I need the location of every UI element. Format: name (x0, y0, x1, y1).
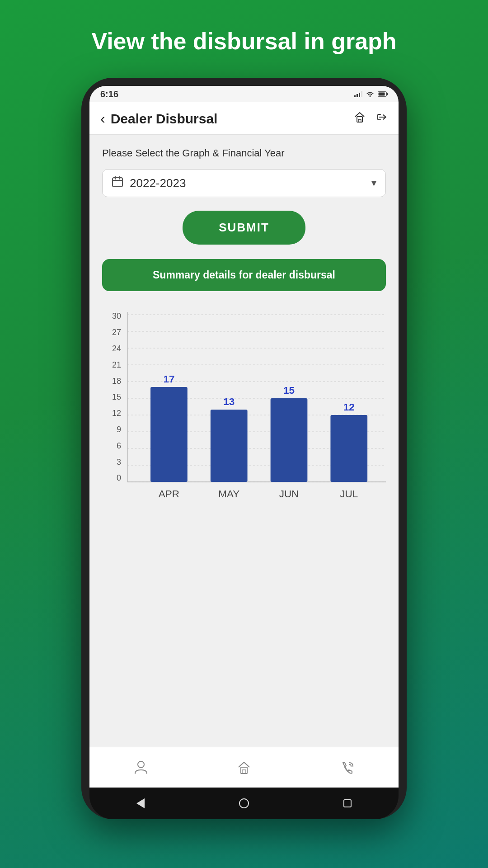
home-button[interactable] (239, 798, 249, 808)
svg-text:JUL: JUL (340, 489, 358, 500)
summary-button[interactable]: Summary details for dealer disbursal (102, 259, 386, 291)
y-label-15: 15 (107, 393, 121, 401)
y-label-30: 30 (107, 312, 121, 320)
signal-icon (354, 91, 362, 97)
page-headline: View the disbursal in graph (73, 27, 414, 55)
wifi-icon (366, 91, 374, 97)
chevron-down-icon: ▾ (371, 177, 376, 189)
chart-plot: 17 13 15 12 APR MAY (127, 312, 386, 502)
financial-year-value: 2022-2023 (130, 176, 371, 190)
svg-text:17: 17 (163, 374, 174, 385)
chart-container: 0 3 6 9 12 15 18 21 24 27 30 (102, 307, 386, 506)
status-bar: 6:16 (89, 86, 399, 102)
svg-rect-32 (330, 415, 367, 482)
y-label-12: 12 (107, 409, 121, 417)
svg-rect-5 (387, 93, 388, 95)
svg-rect-39 (241, 767, 247, 774)
svg-text:15: 15 (283, 385, 295, 396)
logout-icon[interactable] (375, 111, 388, 127)
y-label-24: 24 (107, 344, 121, 353)
svg-point-38 (138, 761, 144, 768)
y-label-0: 0 (107, 474, 121, 482)
nav-left: ‹ Dealer Disbursal (100, 110, 217, 127)
nav-profile[interactable] (133, 760, 149, 775)
android-nav (89, 788, 399, 819)
chart-area: 0 3 6 9 12 15 18 21 24 27 30 (107, 312, 386, 502)
svg-text:13: 13 (223, 396, 235, 408)
bottom-nav (89, 747, 399, 788)
calendar-icon (112, 176, 123, 190)
svg-rect-6 (379, 93, 385, 96)
home-icon[interactable] (353, 111, 366, 127)
y-axis: 0 3 6 9 12 15 18 21 24 27 30 (107, 312, 127, 502)
y-label-6: 6 (107, 442, 121, 450)
phone-icon (339, 760, 355, 775)
top-nav: ‹ Dealer Disbursal (89, 102, 399, 135)
recents-button[interactable] (343, 799, 352, 807)
svg-rect-40 (242, 770, 246, 774)
svg-text:APR: APR (159, 489, 179, 500)
submit-button[interactable]: SUBMIT (183, 211, 305, 245)
bar-chart-svg: 17 13 15 12 APR MAY (127, 312, 386, 502)
svg-rect-0 (354, 95, 356, 97)
status-icons (354, 91, 388, 97)
status-time: 6:16 (100, 89, 118, 99)
phone-shell: 6:16 ‹ Dealer (81, 78, 407, 819)
svg-text:12: 12 (343, 402, 355, 413)
nav-right (353, 111, 388, 127)
nav-home[interactable] (236, 760, 252, 775)
y-label-9: 9 (107, 425, 121, 434)
app-content: ‹ Dealer Disbursal (89, 102, 399, 788)
person-icon (133, 760, 149, 775)
y-label-27: 27 (107, 328, 121, 336)
svg-rect-28 (211, 410, 248, 482)
battery-icon (378, 91, 388, 97)
svg-rect-9 (113, 178, 122, 187)
y-label-3: 3 (107, 458, 121, 466)
financial-year-dropdown[interactable]: 2022-2023 ▾ (102, 169, 386, 197)
form-label: Please Select the Graph & Financial Year (102, 147, 386, 159)
back-button[interactable]: ‹ (100, 110, 105, 127)
svg-text:JUN: JUN (279, 489, 299, 500)
nav-call[interactable] (339, 760, 355, 775)
y-label-21: 21 (107, 361, 121, 369)
page-title: Dealer Disbursal (111, 111, 218, 127)
back-button[interactable] (136, 798, 145, 808)
svg-rect-1 (357, 94, 358, 97)
svg-text:MAY: MAY (218, 489, 239, 500)
main-scroll[interactable]: Please Select the Graph & Financial Year… (89, 135, 399, 747)
svg-rect-2 (359, 93, 360, 97)
svg-rect-30 (271, 398, 308, 482)
svg-rect-26 (150, 387, 188, 482)
y-label-18: 18 (107, 377, 121, 385)
home-nav-icon (236, 760, 252, 775)
svg-rect-3 (361, 91, 362, 97)
